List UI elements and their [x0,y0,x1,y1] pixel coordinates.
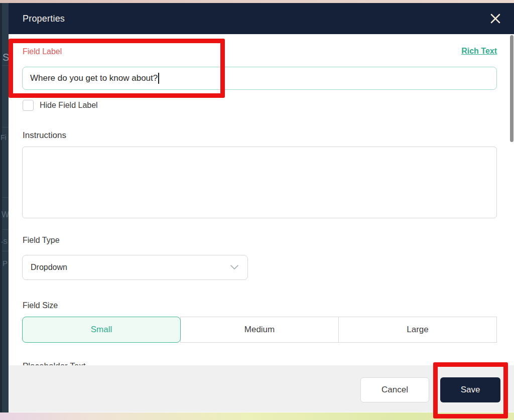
field-size-label: Field Size [23,301,58,310]
instructions-textarea[interactable] [22,147,497,218]
sidebar-divider [2,229,9,230]
field-size-option-large[interactable]: Large [338,317,497,343]
screen: S Fi W -S P Properties Field Label Rich … [0,0,514,420]
chevron-down-icon [230,265,238,270]
modal-scrollbar-thumb[interactable] [510,35,513,142]
rich-text-link[interactable]: Rich Text [461,47,497,56]
modal-footer: Cancel Save [9,365,514,412]
field-label-label: Field Label [23,47,62,56]
sidebar-divider [2,251,9,251]
instructions-label: Instructions [23,130,66,141]
sidebar-text-fragment: -S [1,238,8,245]
hide-field-label-checkbox[interactable] [23,100,34,111]
cancel-button[interactable]: Cancel [360,377,429,402]
sidebar-text-fragment: S [3,52,9,63]
text-cursor [158,73,159,84]
sidebar-divider [2,197,9,198]
hide-field-label-text: Hide Field Label [40,101,98,110]
field-size-option-small[interactable]: Small [22,317,181,343]
sidebar-divider [2,65,9,66]
sidebar-text-fragment: Fi [1,133,7,142]
field-label-input-value: Where do you get to know about? [30,73,158,83]
save-button[interactable]: Save [440,377,500,402]
sidebar-text-fragment: W [2,210,9,219]
sidebar-divider [2,127,9,127]
modal-title: Properties [23,14,65,24]
sidebar-text-fragment: P [3,259,8,267]
close-icon [489,13,501,25]
field-type-label: Field Type [23,236,60,245]
hide-field-label-row[interactable]: Hide Field Label [23,100,98,111]
desktop-wallpaper-bottom [0,412,514,420]
field-type-value: Dropdown [31,263,67,272]
modal-header: Properties [9,3,514,34]
field-size-segmented-control: Small Medium Large [22,317,497,343]
background-app-sidebar: S Fi W -S P [0,3,9,412]
properties-modal: Properties Field Label Rich Text Where d… [9,3,514,412]
field-type-select[interactable]: Dropdown [22,255,248,280]
field-label-input[interactable]: Where do you get to know about? [22,67,497,90]
close-button[interactable] [488,11,503,26]
field-size-option-medium[interactable]: Medium [180,317,339,343]
